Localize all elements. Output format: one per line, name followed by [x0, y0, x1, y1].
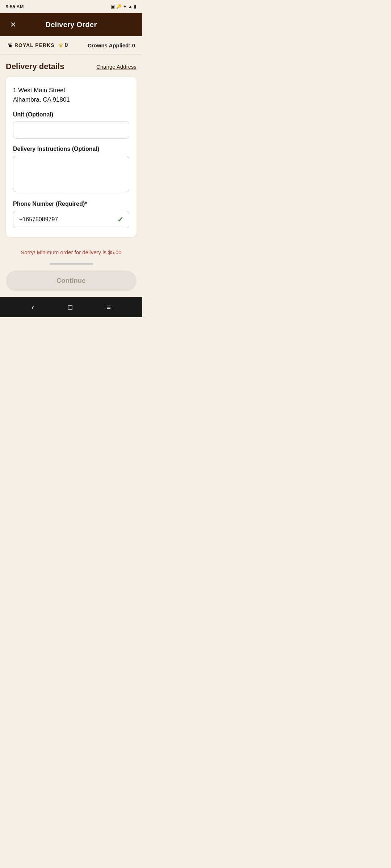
address-line1: 1 West Main Street	[13, 86, 129, 95]
continue-button-wrapper: Continue	[0, 268, 142, 297]
progress-bar-wrapper	[0, 260, 142, 268]
royal-perks-logo: ♛ ROYAL PERKS	[7, 41, 55, 49]
menu-nav-icon: ≡	[106, 303, 111, 311]
main-content: Delivery details Change Address 1 West M…	[0, 55, 142, 244]
back-nav-button[interactable]: ‹	[31, 303, 34, 311]
phone-check-icon: ✓	[117, 215, 123, 224]
close-icon: ✕	[10, 20, 16, 29]
crown-logo-icon: ♛	[7, 41, 13, 49]
status-time: 9:55 AM	[6, 4, 24, 9]
progress-bar	[50, 263, 93, 265]
home-nav-button[interactable]: □	[68, 303, 72, 311]
header-title: Delivery Order	[45, 21, 97, 29]
section-title: Delivery details	[6, 62, 64, 71]
camera-icon: ▣	[111, 4, 115, 9]
back-nav-icon: ‹	[31, 303, 34, 311]
section-header: Delivery details Change Address	[6, 62, 136, 71]
phone-input-wrapper: ✓	[13, 211, 129, 228]
address-line2: Alhambra, CA 91801	[13, 95, 129, 105]
continue-button[interactable]: Continue	[6, 271, 136, 291]
crowns-applied-label: Crowns Applied:	[88, 42, 131, 48]
close-button[interactable]: ✕	[7, 19, 19, 30]
address-display: 1 West Main Street Alhambra, CA 91801	[13, 86, 129, 104]
crown-points-icon: ♛	[58, 42, 63, 49]
royal-perks-label: ROYAL PERKS	[14, 42, 55, 48]
points-count: 0	[65, 42, 68, 48]
points-badge: ♛ 0	[58, 42, 68, 49]
wifi-icon: ▲	[128, 4, 133, 9]
royal-perks-section: ♛ ROYAL PERKS ♛ 0	[7, 41, 68, 49]
delivery-instructions-label: Delivery Instructions (Optional)	[13, 146, 129, 152]
bottom-nav: ‹ □ ≡	[0, 297, 142, 317]
key-icon: 🔑	[116, 4, 122, 9]
delivery-card: 1 West Main Street Alhambra, CA 91801 Un…	[6, 77, 136, 237]
header: ✕ Delivery Order	[0, 13, 142, 36]
status-bar: 9:55 AM ▣ 🔑 ✦ ▲ ▮	[0, 0, 142, 13]
delivery-instructions-input[interactable]	[13, 156, 129, 192]
bluetooth-icon: ✦	[123, 4, 127, 9]
unit-label: Unit (Optional)	[13, 111, 129, 118]
unit-input[interactable]	[13, 122, 129, 139]
crowns-applied-section: Crowns Applied: 0	[88, 42, 135, 48]
crowns-applied-value: 0	[132, 42, 135, 48]
change-address-button[interactable]: Change Address	[96, 64, 136, 70]
menu-nav-button[interactable]: ≡	[106, 303, 111, 311]
rewards-bar: ♛ ROYAL PERKS ♛ 0 Crowns Applied: 0	[0, 36, 142, 55]
home-nav-icon: □	[68, 303, 72, 311]
status-icons: ▣ 🔑 ✦ ▲ ▮	[111, 4, 136, 9]
error-message: Sorry! Minimum order for delivery is $5.…	[0, 244, 142, 260]
phone-input[interactable]	[13, 211, 129, 228]
phone-label: Phone Number (Required)*	[13, 201, 129, 207]
battery-icon: ▮	[134, 4, 136, 9]
